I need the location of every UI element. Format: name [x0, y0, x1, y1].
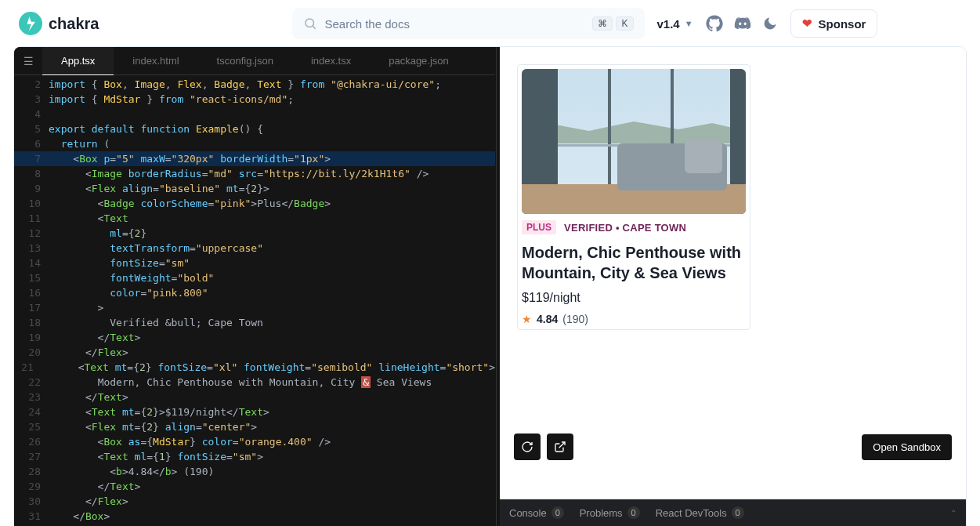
code-line[interactable]: 21 <Text mt={2} fontSize="xl" fontWeight…	[14, 360, 495, 375]
console-tab[interactable]: React DevTools0	[656, 506, 744, 519]
editor-pane: ☰ App.tsxindex.htmltsconfig.jsonindex.ts…	[14, 47, 495, 526]
code-line[interactable]: 11 <Text	[14, 211, 495, 226]
theme-toggle-icon[interactable]	[762, 16, 778, 31]
code-line[interactable]: 16 color="pink.800"	[14, 285, 495, 300]
brand-name: chakra	[49, 15, 99, 33]
star-icon: ★	[522, 313, 532, 325]
listing-rating: ★ 4.84 (190)	[522, 313, 746, 325]
code-line[interactable]: 22 Modern, Chic Penthouse with Mountain,…	[14, 375, 495, 390]
editor-tab-bar: ☰ App.tsxindex.htmltsconfig.jsonindex.ts…	[14, 47, 495, 75]
listing-card: Plus Verified • Cape Town Modern, Chic P…	[517, 64, 750, 330]
code-sandbox: ☰ App.tsxindex.htmltsconfig.jsonindex.ts…	[14, 47, 966, 526]
code-line[interactable]: 8 <Image borderRadius="md" src="https://…	[14, 166, 495, 181]
search-input[interactable]: Search the docs ⌘ K	[292, 8, 645, 39]
version-selector[interactable]: v1.4 ▼	[657, 17, 693, 31]
editor-tab[interactable]: package.json	[370, 47, 468, 75]
svg-line-3	[559, 442, 565, 448]
hamburger-icon[interactable]: ☰	[14, 55, 42, 67]
editor-tab[interactable]: index.tsx	[292, 47, 370, 75]
code-line[interactable]: 12 ml={2}	[14, 226, 495, 241]
code-line[interactable]: 9 <Flex align="baseline" mt={2}>	[14, 181, 495, 196]
listing-image	[522, 69, 746, 214]
code-line[interactable]: 30 </Flex>	[14, 494, 495, 509]
code-line[interactable]: 10 <Badge colorScheme="pink">Plus</Badge…	[14, 196, 495, 211]
search-shortcut: ⌘ K	[592, 16, 633, 31]
code-line[interactable]: 2import { Box, Image, Flex, Badge, Text …	[14, 77, 495, 92]
code-line[interactable]: 14 fontSize="sm"	[14, 256, 495, 270]
preview-pane: Plus Verified • Cape Town Modern, Chic P…	[500, 47, 966, 526]
chakra-logo-icon	[19, 12, 42, 35]
listing-meta: Verified • Cape Town	[564, 222, 686, 234]
preview-action-bar	[514, 433, 573, 460]
code-line[interactable]: 13 textTransform="uppercase"	[14, 241, 495, 256]
code-line[interactable]: 7 <Box p="5" maxW="320px" borderWidth="1…	[14, 151, 495, 166]
code-editor[interactable]: 2import { Box, Image, Flex, Badge, Text …	[14, 75, 495, 526]
editor-tab[interactable]: index.html	[114, 47, 197, 75]
refresh-icon	[521, 441, 533, 453]
console-tab[interactable]: Problems0	[580, 506, 640, 519]
heart-icon: ❤	[802, 16, 812, 31]
code-line[interactable]: 19 </Text>	[14, 330, 495, 345]
brand-logo[interactable]: chakra	[19, 12, 99, 35]
top-header: chakra Search the docs ⌘ K v1.4 ▼ ❤ Spon…	[0, 0, 980, 47]
code-line[interactable]: 28 <b>4.84</b> (190)	[14, 464, 495, 479]
code-line[interactable]: 15 fontWeight="bold"	[14, 270, 495, 285]
preview-body: Plus Verified • Cape Town Modern, Chic P…	[500, 47, 966, 499]
console-bar: Console0Problems0React DevTools0 ⌃	[500, 499, 966, 526]
open-new-window-button[interactable]	[547, 433, 573, 460]
chevron-down-icon: ▼	[685, 19, 693, 28]
editor-tab[interactable]: App.tsx	[42, 47, 114, 75]
code-line[interactable]: 23 </Text>	[14, 390, 495, 404]
console-tab[interactable]: Console0	[509, 506, 564, 519]
svg-point-1	[306, 19, 314, 27]
svg-line-2	[313, 26, 315, 28]
listing-price: $119/night	[522, 291, 746, 305]
header-icon-group	[706, 15, 778, 32]
code-line[interactable]: 27 <Text ml={1} fontSize="sm">	[14, 449, 495, 464]
github-icon[interactable]	[706, 15, 723, 32]
listing-title: Modern, Chic Penthouse with Mountain, Ci…	[522, 242, 746, 283]
code-line[interactable]: 3import { MdStar } from "react-icons/md"…	[14, 92, 495, 107]
code-line[interactable]: 24 <Text mt={2}>$119/night</Text>	[14, 404, 495, 419]
search-placeholder: Search the docs	[325, 17, 585, 31]
code-line[interactable]: 18 Verified &bull; Cape Town	[14, 315, 495, 330]
code-line[interactable]: 29 </Text>	[14, 479, 495, 494]
code-line[interactable]: 31 </Box>	[14, 509, 495, 524]
external-link-icon	[554, 441, 566, 453]
code-line[interactable]: 4	[14, 107, 495, 122]
code-line[interactable]: 5export default function Example() {	[14, 122, 495, 136]
code-line[interactable]: 25 <Flex mt={2} align="center">	[14, 419, 495, 434]
search-icon	[303, 16, 317, 31]
open-sandbox-button[interactable]: Open Sandbox	[862, 434, 952, 460]
code-line[interactable]: 17 >	[14, 300, 495, 315]
sponsor-button[interactable]: ❤ Sponsor	[790, 9, 878, 38]
plus-badge: Plus	[522, 220, 556, 234]
code-line[interactable]: 6 return (	[14, 136, 495, 151]
editor-tab[interactable]: tsconfig.json	[198, 47, 292, 75]
console-collapse-icon[interactable]: ⌃	[950, 509, 956, 517]
code-line[interactable]: 26 <Box as={MdStar} color="orange.400" /…	[14, 434, 495, 449]
refresh-button[interactable]	[514, 433, 541, 460]
discord-icon[interactable]	[734, 15, 751, 32]
code-line[interactable]: 20 </Flex>	[14, 345, 495, 360]
